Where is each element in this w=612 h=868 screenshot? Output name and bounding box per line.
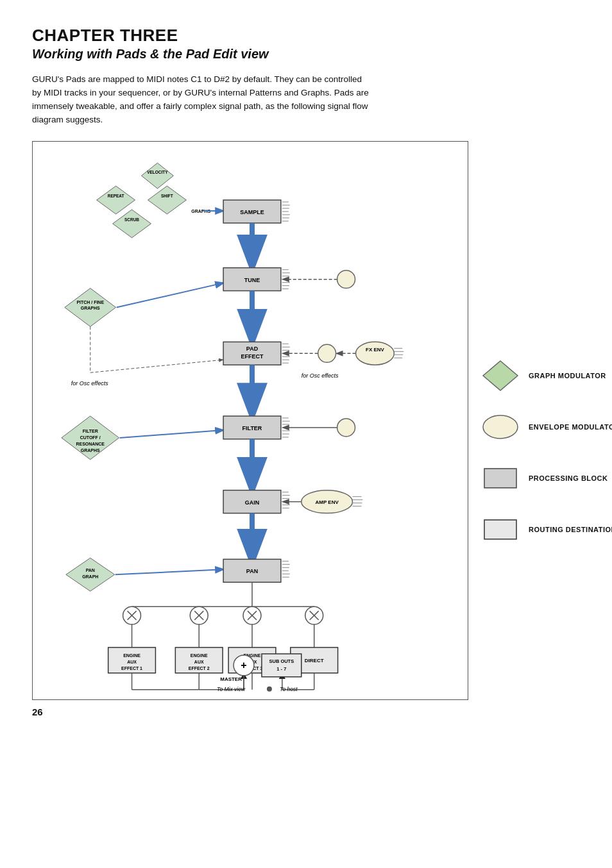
svg-text:To Mix view: To Mix view: [217, 685, 246, 692]
legend-shape-rect-dark: [481, 462, 520, 495]
svg-point-163: [483, 415, 518, 438]
svg-point-154: [267, 686, 272, 691]
svg-text:PITCH / FINE: PITCH / FINE: [76, 299, 104, 304]
svg-text:CUTOFF /: CUTOFF /: [80, 435, 101, 440]
legend-label-graph-modulator: GRAPH MODULATOR: [529, 372, 606, 380]
legend-shape-ellipse: [481, 410, 520, 444]
svg-text:PAD: PAD: [246, 346, 259, 352]
svg-text:for Osc effects: for Osc effects: [302, 372, 339, 379]
svg-text:for Osc effects: for Osc effects: [71, 380, 108, 387]
svg-text:AUX: AUX: [194, 660, 204, 664]
legend-label-processing-block: PROCESSING BLOCK: [529, 474, 608, 482]
svg-text:GRAPHS: GRAPHS: [81, 448, 100, 453]
svg-text:TUNE: TUNE: [244, 276, 260, 283]
svg-text:REPEAT: REPEAT: [108, 194, 124, 198]
svg-text:AMP ENV: AMP ENV: [316, 499, 339, 505]
svg-text:ENGINE: ENGINE: [191, 653, 208, 658]
svg-text:EFFECT 1: EFFECT 1: [121, 666, 142, 671]
svg-point-49: [318, 344, 336, 362]
legend-item-envelope-modulator: ENVELOPE MODULATOR: [481, 410, 612, 444]
intro-text: GURU's Pads are mapped to MIDI notes C1 …: [32, 73, 372, 127]
svg-marker-0: [142, 163, 174, 188]
svg-point-75: [337, 419, 355, 437]
svg-marker-4: [148, 186, 186, 214]
svg-text:MASTER: MASTER: [220, 676, 242, 681]
legend-item-graph-modulator: GRAPH MODULATOR: [481, 359, 612, 392]
svg-text:FX ENV: FX ENV: [366, 347, 384, 353]
legend-shape-diamond: [481, 359, 520, 392]
svg-text:GRAPHS: GRAPHS: [81, 306, 100, 310]
svg-text:SAMPLE: SAMPLE: [240, 209, 264, 215]
svg-text:SCRUB: SCRUB: [124, 217, 139, 222]
svg-line-65: [120, 430, 223, 438]
svg-text:FILTER: FILTER: [242, 425, 262, 431]
svg-text:EFFECT 2: EFFECT 2: [189, 666, 210, 671]
svg-text:1 - 7: 1 - 7: [276, 666, 286, 672]
svg-point-51: [356, 342, 395, 365]
svg-rect-164: [484, 469, 516, 488]
legend-item-routing-destinations: ROUTING DESTINATIONS: [481, 513, 612, 546]
svg-text:To host: To host: [280, 685, 298, 692]
svg-text:PAN: PAN: [86, 568, 95, 572]
svg-line-23: [117, 283, 223, 307]
svg-rect-165: [484, 520, 516, 539]
svg-text:GRAPH: GRAPH: [82, 574, 98, 579]
chapter-subtitle: Working with Pads & the Pad Edit view: [32, 47, 580, 62]
svg-text:VELOCITY: VELOCITY: [147, 170, 168, 174]
legend-label-routing-destinations: ROUTING DESTINATIONS: [529, 526, 612, 533]
svg-text:RESONANCE: RESONANCE: [76, 442, 105, 446]
svg-point-33: [337, 270, 355, 288]
svg-marker-162: [483, 361, 518, 390]
legend-label-envelope-modulator: ENVELOPE MODULATOR: [529, 423, 612, 431]
svg-marker-2: [97, 186, 135, 214]
chapter-title: CHAPTER THREE: [32, 26, 580, 46]
legend-item-processing-block: PROCESSING BLOCK: [481, 462, 612, 495]
svg-marker-6: [113, 210, 151, 238]
svg-text:GAIN: GAIN: [245, 499, 259, 505]
svg-text:EFFECT: EFFECT: [241, 353, 264, 360]
svg-text:SUB OUTS: SUB OUTS: [269, 658, 294, 664]
svg-text:FILTER: FILTER: [83, 429, 98, 433]
svg-text:DIRECT: DIRECT: [305, 658, 324, 664]
legend-shape-rect-light: [481, 513, 520, 546]
page-number: 26: [32, 706, 580, 717]
diagram-svg: VELOCITY REPEAT SHIFT SCRUB GRAPHS: [33, 142, 468, 699]
legend-area: GRAPH MODULATOR ENVELOPE MODULATOR PROCE…: [481, 359, 612, 564]
svg-line-37: [90, 360, 223, 372]
svg-text:ENGINE: ENGINE: [123, 653, 140, 658]
svg-text:SHIFT: SHIFT: [161, 194, 173, 198]
svg-text:PAN: PAN: [246, 568, 258, 574]
signal-flow-diagram: VELOCITY REPEAT SHIFT SCRUB GRAPHS: [32, 141, 468, 700]
svg-text:AUX: AUX: [127, 660, 137, 664]
svg-text:+: +: [241, 660, 246, 671]
svg-line-97: [115, 569, 223, 574]
